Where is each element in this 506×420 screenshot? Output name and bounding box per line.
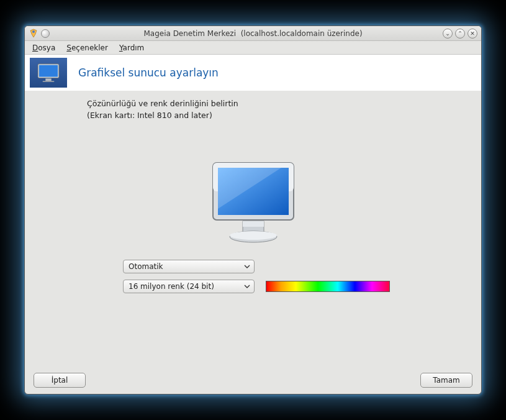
svg-point-0 [32,30,35,33]
close-button[interactable]: ✕ [468,29,477,39]
app-icon [29,29,38,39]
monitor-icon [37,63,60,83]
page-header: Grafiksel sunucu ayarlayın [25,55,481,91]
window: Mageia Denetim Merkezi (localhost.locald… [24,25,482,395]
monitor-large-icon [207,159,300,246]
description: Çözünürlüğü ve renk derinliğini belirtin… [87,98,470,122]
menu-options[interactable]: Seçenekler [61,42,113,53]
maximize-button[interactable]: ⌃ [455,29,465,39]
minimize-button[interactable]: ⌄ [443,29,453,39]
resolution-select[interactable]: Otomatik [123,260,255,273]
cancel-button[interactable]: İptal [34,373,86,388]
content-area: Çözünürlüğü ve renk derinliğini belirtin… [25,91,481,367]
chevron-down-icon [244,283,250,290]
window-title: Mageia Denetim Merkezi (localhost.locald… [25,29,481,38]
color-spectrum [266,281,390,292]
color-depth-value: 16 milyon renk (24 bit) [129,282,214,291]
menu-help[interactable]: Yardım [114,42,149,53]
description-line2: (Ekran kartı: Intel 810 and later) [87,110,470,122]
svg-rect-2 [39,65,58,77]
ok-button[interactable]: Tamam [420,373,472,388]
svg-rect-10 [243,221,264,227]
svg-rect-4 [43,81,55,82]
resolution-value: Otomatik [129,262,163,271]
page-title: Grafiksel sunucu ayarlayın [78,66,219,79]
color-depth-select[interactable]: 16 milyon renk (24 bit) [123,280,255,293]
menubar: Dosya Seçenekler Yardım [25,41,481,55]
description-line1: Çözünürlüğü ve renk derinliğini belirtin [87,98,470,110]
pin-icon[interactable] [41,29,50,38]
footer: İptal Tamam [25,367,481,394]
svg-rect-3 [45,78,51,81]
header-icon [30,58,67,88]
svg-point-12 [230,231,277,240]
menu-file[interactable]: Dosya [27,42,60,53]
titlebar: Mageia Denetim Merkezi (localhost.locald… [25,26,481,41]
chevron-down-icon [244,263,250,270]
monitor-illustration [36,159,470,246]
